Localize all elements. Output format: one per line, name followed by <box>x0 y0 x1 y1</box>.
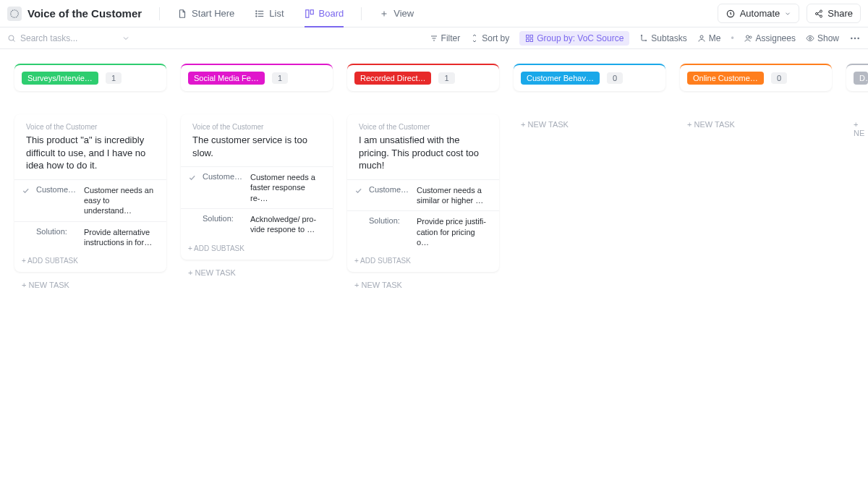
task-card[interactable]: Voice of the CustomerThis product "a" is… <box>14 114 166 272</box>
tab-list[interactable]: List <box>247 0 291 27</box>
share-button[interactable]: Share <box>807 4 861 23</box>
subtask-value: Customer needs an easy to understand… <box>84 185 155 216</box>
task-card[interactable]: Voice of the CustomerThe customer servic… <box>181 114 333 260</box>
subtask-row[interactable]: Solution:Provide alternative instruction… <box>14 221 166 253</box>
card-title: I am unsatisfied with the pricing. This … <box>347 134 499 179</box>
svg-point-4 <box>256 10 257 11</box>
board-column: Social Media Fe…1Voice of the CustomerTh… <box>181 64 333 286</box>
more-horizontal-icon <box>849 33 861 44</box>
search-input[interactable] <box>20 33 114 43</box>
new-task-button[interactable]: + NEW TASK <box>514 113 665 136</box>
check-icon <box>188 174 197 182</box>
filter-label: Filter <box>441 33 461 43</box>
tab-add-view[interactable]: View <box>372 0 421 27</box>
board-column: Dir+ NE <box>846 64 868 145</box>
chevron-down-icon[interactable] <box>122 34 130 43</box>
new-task-button[interactable]: + NEW TASK <box>680 113 832 136</box>
doc-icon <box>177 9 187 19</box>
new-task-button[interactable]: + NEW TASK <box>14 272 166 298</box>
column-header[interactable]: Customer Behav…0 <box>514 64 665 91</box>
new-task-button[interactable]: + NEW TASK <box>181 260 333 286</box>
board-column: Surveys/Intervie…1Voice of the CustomerT… <box>14 64 166 298</box>
svg-point-33 <box>854 37 856 38</box>
me-label: Me <box>709 33 721 43</box>
svg-line-16 <box>818 14 821 15</box>
sort-icon <box>470 34 479 43</box>
me-button[interactable]: Me <box>697 33 721 43</box>
subtask-label: Solution: <box>203 214 244 223</box>
group-by-chip[interactable]: Group by: VoC Source <box>519 31 629 46</box>
svg-line-15 <box>818 12 821 13</box>
subtask-row[interactable]: Solution:Acknolwedge/ pro-vide respone t… <box>181 208 333 240</box>
subtask-label: Solution: <box>36 227 78 236</box>
card-title: This product "a" is incredibly difficult… <box>14 134 166 179</box>
group-icon <box>525 34 534 43</box>
column-header[interactable]: Social Media Fe…1 <box>181 64 333 91</box>
task-card[interactable]: Voice of the CustomerI am unsatisfied wi… <box>347 114 499 272</box>
column-tag: Recorded Direct… <box>354 72 431 85</box>
filter-button[interactable]: Filter <box>430 33 461 43</box>
tab-start-here[interactable]: Start Here <box>170 0 242 27</box>
card-breadcrumb: Voice of the Customer <box>181 123 333 131</box>
divider <box>361 7 362 20</box>
automate-icon <box>726 9 736 19</box>
search-icon <box>7 34 16 43</box>
subtask-label: Customer … <box>203 172 244 181</box>
svg-point-17 <box>9 35 14 40</box>
subtask-label: Solution: <box>369 216 411 225</box>
column-header[interactable]: Recorded Direct…1 <box>347 64 499 91</box>
group-label: Group by: VoC Source <box>537 33 624 43</box>
assignees-label: Assignees <box>756 33 796 43</box>
search-box[interactable] <box>7 33 130 43</box>
column-count: 1 <box>106 72 122 84</box>
list-icon <box>255 9 265 19</box>
subtask-row[interactable]: Customer …Customer needs an easy to unde… <box>14 179 166 221</box>
tab-label: View <box>393 8 414 19</box>
sort-button[interactable]: Sort by <box>470 33 509 43</box>
share-icon <box>814 9 823 18</box>
add-subtask-button[interactable]: + ADD SUBTASK <box>14 252 166 268</box>
app-header: Voice of the Customer Start Here List Bo… <box>0 0 868 27</box>
assignees-button[interactable]: Assignees <box>744 33 796 43</box>
eye-icon <box>806 34 814 43</box>
subtask-value: Customer needs a similar or higher … <box>417 185 488 206</box>
subtask-value: Provide price justifi-cation for pricing… <box>417 216 488 247</box>
header-left: Voice of the Customer Start Here List Bo… <box>7 0 421 27</box>
add-subtask-button[interactable]: + ADD SUBTASK <box>181 240 333 255</box>
column-count: 0 <box>607 72 623 84</box>
subtasks-button[interactable]: Subtasks <box>639 33 686 43</box>
chevron-down-icon <box>784 10 791 17</box>
new-task-button[interactable]: + NEW TASK <box>347 272 499 298</box>
subtasks-icon <box>639 34 648 43</box>
column-header[interactable]: Surveys/Intervie…1 <box>14 64 166 91</box>
add-subtask-button[interactable]: + ADD SUBTASK <box>347 252 499 268</box>
tab-board[interactable]: Board <box>297 0 352 27</box>
subtask-label: Customer … <box>369 185 411 194</box>
column-header[interactable]: Online Custome…0 <box>680 64 832 91</box>
app-icon[interactable] <box>7 7 22 21</box>
sort-label: Sort by <box>482 33 509 43</box>
board-column: Recorded Direct…1Voice of the CustomerI … <box>347 64 499 298</box>
board-column: Customer Behav…0+ NEW TASK <box>514 64 665 136</box>
card-breadcrumb: Voice of the Customer <box>347 123 499 131</box>
subtask-row[interactable]: Customer …Customer needs a faster respon… <box>181 166 333 208</box>
more-button[interactable] <box>849 33 861 44</box>
subtask-row[interactable]: Customer …Customer needs a similar or hi… <box>347 179 499 211</box>
automate-label: Automate <box>740 8 780 19</box>
card-title: The customer service is too slow. <box>181 134 333 166</box>
subtask-row[interactable]: Solution:Provide price justifi-cation fo… <box>347 210 499 252</box>
svg-point-28 <box>700 35 703 38</box>
tab-label: Board <box>319 8 344 19</box>
show-button[interactable]: Show <box>806 33 839 43</box>
automate-button[interactable]: Automate <box>718 4 800 23</box>
header-right: Automate Share <box>718 4 861 23</box>
column-tag: Social Media Fe… <box>188 72 265 85</box>
column-header[interactable]: Dir <box>846 64 868 91</box>
tab-label: Start Here <box>192 8 234 19</box>
check-icon <box>22 187 30 195</box>
svg-point-29 <box>746 35 749 38</box>
card-breadcrumb: Voice of the Customer <box>14 123 166 131</box>
subtasks-label: Subtasks <box>651 33 686 43</box>
svg-rect-23 <box>530 35 533 38</box>
new-task-button[interactable]: + NE <box>846 113 868 145</box>
